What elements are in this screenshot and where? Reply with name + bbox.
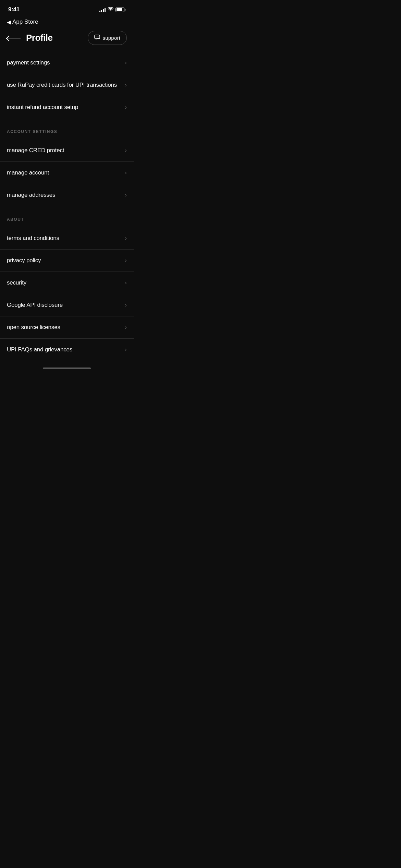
app-store-label: App Store (12, 19, 38, 25)
home-indicator (0, 361, 134, 373)
chevron-right-icon: › (125, 192, 127, 198)
signal-icon (99, 7, 106, 12)
chevron-right-icon: › (125, 82, 127, 88)
about-group: terms and conditions › privacy policy › … (0, 227, 134, 361)
cred-protect-label: manage CRED protect (7, 147, 64, 154)
status-icons (99, 7, 125, 12)
svg-point-3 (98, 37, 98, 37)
status-time: 9:41 (8, 6, 20, 13)
app-store-back[interactable]: ◀ App Store (0, 17, 134, 28)
manage-account-label: manage account (7, 169, 49, 176)
support-label: support (103, 35, 120, 41)
instant-refund-item[interactable]: instant refund account setup › (0, 96, 134, 118)
app-store-back-arrow: ◀ (7, 19, 11, 25)
chevron-right-icon: › (125, 324, 127, 331)
chevron-right-icon: › (125, 59, 127, 66)
account-settings-header: ACCOUNT SETTINGS (0, 118, 134, 140)
account-settings-group: manage CRED protect › manage account › m… (0, 140, 134, 206)
security-label: security (7, 279, 26, 286)
svg-point-2 (97, 37, 97, 37)
instant-refund-label: instant refund account setup (7, 104, 78, 111)
page-title: Profile (26, 33, 52, 43)
payment-settings-label: payment settings (7, 59, 50, 66)
page-header: Profile support (0, 28, 134, 52)
chevron-right-icon: › (125, 169, 127, 176)
manage-account-item[interactable]: manage account › (0, 162, 134, 184)
payment-settings-item[interactable]: payment settings › (0, 52, 134, 74)
privacy-policy-item[interactable]: privacy policy › (0, 250, 134, 272)
chevron-right-icon: › (125, 104, 127, 111)
support-chat-icon (94, 35, 100, 41)
google-api-label: Google API disclosure (7, 302, 63, 309)
security-item[interactable]: security › (0, 272, 134, 294)
support-button[interactable]: support (88, 31, 127, 45)
back-button[interactable] (7, 38, 21, 38)
wifi-icon (108, 7, 113, 12)
google-api-item[interactable]: Google API disclosure › (0, 294, 134, 316)
rupay-credit-item[interactable]: use RuPay credit cards for UPI transacti… (0, 74, 134, 96)
cred-protect-item[interactable]: manage CRED protect › (0, 140, 134, 162)
terms-conditions-item[interactable]: terms and conditions › (0, 227, 134, 250)
home-bar (43, 367, 91, 369)
svg-point-1 (96, 37, 96, 37)
about-header: ABOUT (0, 206, 134, 227)
terms-conditions-label: terms and conditions (7, 235, 59, 242)
open-source-label: open source licenses (7, 324, 60, 331)
chevron-right-icon: › (125, 257, 127, 264)
page-content: payment settings › use RuPay credit card… (0, 52, 134, 361)
chevron-right-icon: › (125, 302, 127, 309)
back-arrow-icon (7, 38, 21, 38)
upi-faqs-item[interactable]: UPI FAQs and grievances › (0, 339, 134, 361)
status-bar: 9:41 (0, 0, 134, 17)
chevron-right-icon: › (125, 279, 127, 286)
chevron-right-icon: › (125, 235, 127, 242)
privacy-policy-label: privacy policy (7, 257, 41, 264)
open-source-item[interactable]: open source licenses › (0, 316, 134, 339)
manage-addresses-item[interactable]: manage addresses › (0, 184, 134, 206)
upi-faqs-label: UPI FAQs and grievances (7, 346, 72, 353)
header-left: Profile (7, 33, 52, 43)
chevron-right-icon: › (125, 346, 127, 353)
battery-icon (116, 8, 125, 12)
chevron-right-icon: › (125, 147, 127, 154)
rupay-credit-label: use RuPay credit cards for UPI transacti… (7, 82, 117, 88)
manage-addresses-label: manage addresses (7, 192, 55, 198)
payment-group: payment settings › use RuPay credit card… (0, 52, 134, 118)
